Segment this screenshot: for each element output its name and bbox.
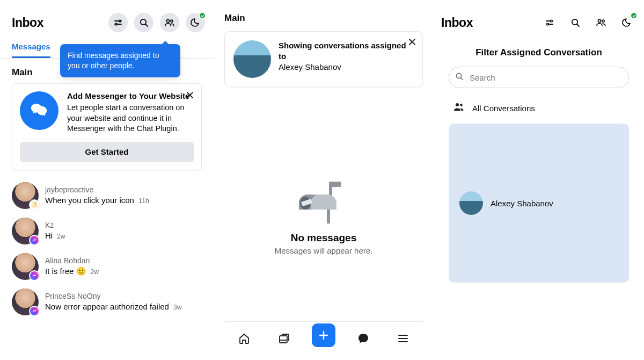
- active-badge-icon: [630, 12, 638, 19]
- instagram-badge-icon: [29, 199, 40, 210]
- group-icon: [453, 102, 465, 114]
- svg-point-21: [460, 104, 463, 106]
- assignee-option[interactable]: Alexey Shabanov: [456, 188, 621, 218]
- assignee-picker-panel: Alexey Shabanov: [449, 124, 629, 283]
- thread-row[interactable]: Alina BohdanIt is free 🙂2w: [4, 249, 209, 284]
- sliders-icon[interactable]: [540, 13, 559, 32]
- thread-name: Alina Bohdan: [45, 256, 202, 265]
- thread-preview: Now error appear authorized failed: [45, 302, 169, 311]
- sheet-title: Filter Assigned Conversation: [441, 47, 636, 58]
- assignee-avatar: [233, 40, 271, 78]
- chat-icon[interactable]: [352, 327, 375, 350]
- panel-assigned-inbox: Main Showing conversations assigned to A…: [214, 0, 434, 360]
- svg-point-7: [35, 203, 36, 203]
- search-field: [449, 67, 629, 88]
- thread-preview: When you click your icon: [45, 196, 134, 205]
- svg-point-4: [171, 20, 173, 22]
- svg-point-0: [119, 20, 121, 22]
- messenger-badge-icon: [29, 235, 40, 246]
- all-conversations-row[interactable]: All Conversations: [441, 97, 636, 119]
- inbox-title: Inbox: [12, 16, 43, 30]
- svg-rect-9: [332, 182, 341, 187]
- panel-filter-sheet: Inbox Filter Assigned Conversation: [434, 0, 644, 360]
- svg-rect-12: [280, 336, 287, 343]
- thread-name: jaybeproactive: [45, 185, 202, 195]
- svg-point-18: [602, 20, 604, 22]
- create-button[interactable]: [312, 323, 335, 347]
- thread-time: 3w: [173, 304, 181, 311]
- assign-tooltip: Find messages assigned to you or other p…: [60, 44, 180, 77]
- promo-title: Add Messenger to Your Website: [67, 91, 194, 100]
- away-status-icon[interactable]: [186, 13, 205, 32]
- get-started-button[interactable]: Get Started: [20, 142, 194, 162]
- svg-point-15: [547, 23, 549, 25]
- people-icon[interactable]: [160, 13, 179, 32]
- thread-time: 2w: [91, 268, 99, 276]
- empty-title: No messages: [214, 232, 434, 244]
- header-icons: [540, 13, 636, 32]
- header-icons: [108, 13, 205, 32]
- empty-subtitle: Messages will appear here.: [214, 246, 434, 255]
- all-conversations-label: All Conversations: [472, 104, 535, 113]
- thread-row[interactable]: PrinceSs NoOnyNow error appear authorize…: [4, 284, 209, 320]
- assignee-avatar: [459, 191, 483, 215]
- thread-time: 2w: [57, 233, 65, 240]
- promo-copy: Let people start a conversation on your …: [67, 103, 194, 134]
- assigned-filter-card: Showing conversations assigned to Alexey…: [224, 31, 423, 87]
- search-input[interactable]: [449, 67, 629, 88]
- section-main-label: Main: [214, 13, 434, 31]
- assigned-label: Showing conversations assigned to: [279, 40, 414, 61]
- inbox-header: Inbox: [0, 13, 214, 32]
- messenger-icon: [20, 91, 58, 130]
- close-icon[interactable]: [185, 90, 195, 100]
- messenger-badge-icon: [29, 306, 40, 316]
- thread-preview: It is free 🙂: [45, 267, 86, 276]
- people-icon[interactable]: [591, 13, 611, 32]
- inbox-header: Inbox: [434, 13, 644, 32]
- thread-name: PrinceSs NoOny: [45, 292, 202, 301]
- thread-row[interactable]: jaybeproactiveWhen you click your icon11…: [4, 178, 209, 213]
- search-icon[interactable]: [134, 13, 153, 32]
- thread-row[interactable]: KzHi2w: [4, 213, 209, 249]
- svg-point-19: [456, 73, 461, 78]
- home-icon[interactable]: [232, 327, 256, 350]
- thread-list: jaybeproactiveWhen you click your icon11…: [0, 178, 214, 320]
- mailbox-icon: [297, 178, 350, 227]
- thread-time: 11h: [138, 197, 149, 205]
- svg-rect-5: [32, 202, 37, 207]
- tab-messages[interactable]: Messages: [12, 39, 50, 58]
- svg-point-6: [33, 204, 35, 206]
- svg-point-14: [551, 20, 553, 22]
- assignee-name: Alexey Shabanov: [279, 61, 414, 73]
- chat-plugin-promo: Add Messenger to Your Website Let people…: [12, 83, 202, 170]
- empty-state: No messages Messages will appear here.: [214, 178, 434, 255]
- menu-icon[interactable]: [391, 327, 415, 350]
- thread-preview: Hi: [45, 231, 53, 240]
- panel-inbox-messages: Inbox Messages Find messages assigned to…: [0, 0, 214, 360]
- thread-name: Kz: [45, 221, 202, 230]
- svg-point-3: [166, 19, 169, 22]
- svg-point-17: [598, 19, 601, 22]
- search-icon[interactable]: [566, 13, 585, 32]
- search-icon: [455, 72, 464, 83]
- svg-point-1: [115, 23, 118, 25]
- inbox-title: Inbox: [441, 16, 473, 30]
- close-icon[interactable]: [407, 37, 417, 47]
- sliders-icon[interactable]: [108, 13, 128, 32]
- active-badge-icon: [199, 12, 206, 19]
- messenger-badge-icon: [29, 270, 40, 281]
- filter-sheet: Filter Assigned Conversation All Convers…: [441, 38, 636, 360]
- svg-point-20: [456, 103, 459, 106]
- svg-rect-10: [327, 208, 330, 224]
- bottom-nav: [224, 321, 423, 349]
- assignee-name: Alexey Shabanov: [491, 199, 553, 208]
- cards-icon[interactable]: [272, 327, 296, 350]
- away-status-icon[interactable]: [617, 13, 636, 32]
